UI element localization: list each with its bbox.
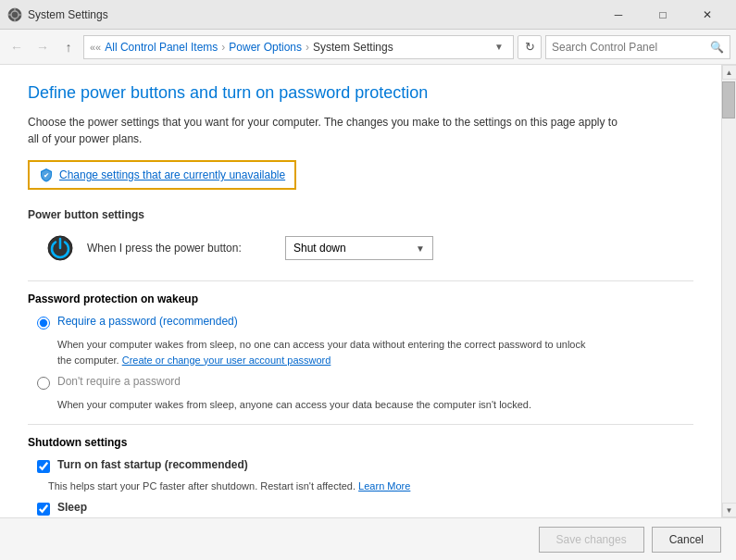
fast-startup-desc: This helps start your PC faster after sh… [48,479,693,494]
page-description: Choose the power settings that you want … [28,114,630,147]
title-bar: System Settings ─ □ ✕ [0,0,736,30]
shutdown-section-title: Shutdown settings [28,436,693,449]
bottom-bar: Save changes Cancel [0,517,736,560]
change-settings-section: ✔ Change settings that are currently una… [28,160,296,190]
save-changes-button[interactable]: Save changes [539,527,644,553]
fast-startup-desc-text: This helps start your PC faster after sh… [48,480,358,492]
shield-icon: ✔ [39,168,54,182]
scroll-track[interactable] [722,80,736,503]
require-password-option: Require a password (recommended) [37,315,693,330]
close-button[interactable]: ✕ [686,1,729,29]
search-box: 🔍 [545,35,730,59]
breadcrumb-power-options[interactable]: Power Options [229,41,302,54]
window-controls: ─ □ ✕ [597,1,729,29]
fast-startup-checkbox[interactable] [37,460,50,473]
no-require-password-radio[interactable] [37,377,50,390]
content-area: Define power buttons and turn on passwor… [0,65,721,517]
password-section-title: Password protection on wakeup [28,292,693,305]
breadcrumb-current: System Settings [313,41,393,54]
power-button-label: When I press the power button: [87,242,272,255]
forward-button[interactable]: → [31,36,54,58]
address-bar: ← → ↑ «« All Control Panel Items › Power… [0,30,736,65]
power-icon [46,234,74,262]
divider-1 [28,280,693,281]
svg-text:✔: ✔ [44,172,49,179]
sleep-item: Sleep [37,501,693,516]
change-settings-link[interactable]: Change settings that are currently unava… [59,168,285,181]
search-input[interactable] [552,41,710,54]
chevron-down-icon: ▼ [416,243,425,254]
minimize-button[interactable]: ─ [597,1,640,29]
breadcrumb-dropdown-button[interactable]: ▼ [491,42,507,52]
power-button-section-title: Power button settings [28,208,693,221]
no-require-password-desc: When your computer wakes from sleep, any… [57,397,594,413]
no-require-password-option: Don't require a password [37,375,693,390]
fast-startup-label: Turn on fast startup (recommended) [57,458,248,471]
scroll-up-arrow[interactable]: ▲ [722,65,737,80]
up-button[interactable]: ↑ [57,36,80,58]
window-title: System Settings [28,8,597,21]
page-title: Define power buttons and turn on passwor… [28,83,693,103]
power-button-value: Shut down [293,242,346,255]
password-radio-group: Require a password (recommended) When yo… [37,315,693,413]
create-password-link[interactable]: Create or change your user account passw… [122,355,331,366]
fast-startup-item: Turn on fast startup (recommended) [37,458,693,473]
main-content: Define power buttons and turn on passwor… [0,65,736,517]
require-password-label: Require a password (recommended) [57,315,238,328]
sleep-checkbox[interactable] [37,503,50,516]
scrollbar: ▲ ▼ [721,65,736,517]
require-password-desc: When your computer wakes from sleep, no … [57,337,594,367]
no-require-password-label: Don't require a password [57,375,181,388]
breadcrumb: «« All Control Panel Items › Power Optio… [83,35,514,59]
back-button[interactable]: ← [6,36,28,58]
require-password-radio[interactable] [37,317,50,330]
window-icon [7,7,22,22]
maximize-button[interactable]: □ [642,1,684,29]
divider-2 [28,424,693,425]
sleep-label: Sleep [57,501,87,514]
cancel-button[interactable]: Cancel [652,527,721,553]
power-button-dropdown[interactable]: Shut down ▼ [285,236,433,260]
scroll-down-arrow[interactable]: ▼ [722,503,737,517]
search-icon[interactable]: 🔍 [710,41,724,54]
shutdown-section: Shutdown settings Turn on fast startup (… [28,436,693,518]
scroll-thumb[interactable] [722,81,735,118]
refresh-button[interactable]: ↻ [518,35,542,59]
breadcrumb-all-control-panel[interactable]: All Control Panel Items [105,41,218,54]
learn-more-link[interactable]: Learn More [358,480,410,492]
power-button-row: When I press the power button: Shut down… [46,234,693,262]
